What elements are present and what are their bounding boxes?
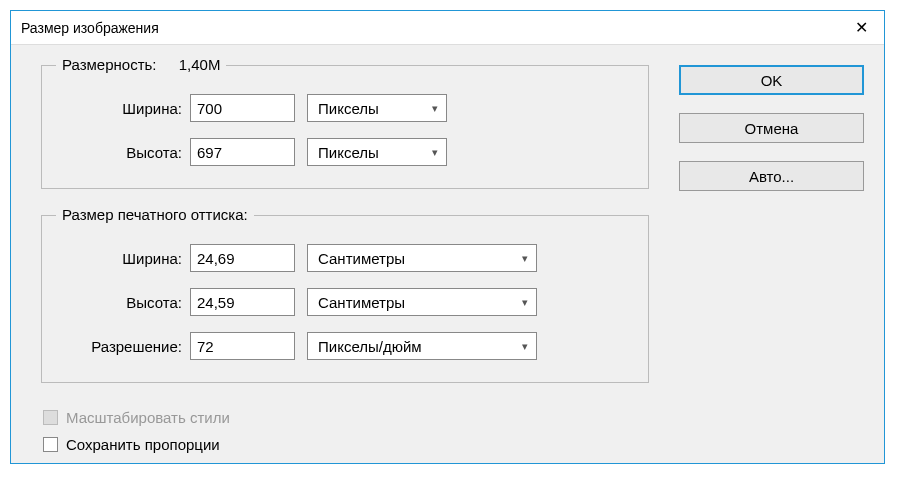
- resolution-unit-value: Пикселы/дюйм: [318, 338, 422, 355]
- pixel-width-row: Ширина: Пикселы ▾: [60, 94, 630, 122]
- constrain-proportions-checkbox[interactable]: [43, 437, 58, 452]
- scale-styles-label: Масштабировать стили: [66, 409, 230, 426]
- pixel-width-unit-value: Пикселы: [318, 100, 379, 117]
- cancel-button[interactable]: Отмена: [679, 113, 864, 143]
- cancel-button-label: Отмена: [745, 120, 799, 137]
- image-size-dialog: Размер изображения ✕ Размерность: 1,40M …: [10, 10, 885, 464]
- close-button[interactable]: ✕: [838, 11, 884, 45]
- chevron-down-icon: ▾: [522, 296, 528, 309]
- chevron-down-icon: ▾: [432, 146, 438, 159]
- close-icon: ✕: [855, 18, 868, 37]
- pixel-height-unit-select[interactable]: Пикселы ▾: [307, 138, 447, 166]
- dialog-body: Размерность: 1,40M Ширина: Пикселы ▾ Выс…: [11, 45, 884, 463]
- buttons-panel: OK Отмена Авто...: [679, 65, 864, 463]
- doc-width-input[interactable]: [190, 244, 295, 272]
- resolution-unit-select[interactable]: Пикселы/дюйм ▾: [307, 332, 537, 360]
- doc-width-unit-select[interactable]: Сантиметры ▾: [307, 244, 537, 272]
- doc-width-row: Ширина: Сантиметры ▾: [60, 244, 630, 272]
- ok-button[interactable]: OK: [679, 65, 864, 95]
- doc-height-unit-select[interactable]: Сантиметры ▾: [307, 288, 537, 316]
- dimensions-legend-label: Размерность:: [62, 56, 157, 73]
- doc-height-input[interactable]: [190, 288, 295, 316]
- resolution-label: Разрешение:: [60, 338, 190, 355]
- scale-styles-checkbox: [43, 410, 58, 425]
- width-label: Ширина:: [60, 100, 190, 117]
- titlebar: Размер изображения ✕: [11, 11, 884, 45]
- doc-width-label: Ширина:: [60, 250, 190, 267]
- resolution-input[interactable]: [190, 332, 295, 360]
- chevron-down-icon: ▾: [432, 102, 438, 115]
- pixel-dimensions-legend: Размерность: 1,40M: [56, 56, 226, 73]
- document-size-legend: Размер печатного оттиска:: [56, 206, 254, 223]
- constrain-proportions-row[interactable]: Сохранить пропорции: [43, 436, 649, 453]
- dimensions-legend-value: 1,40M: [161, 56, 221, 73]
- document-size-group: Размер печатного оттиска: Ширина: Сантим…: [41, 215, 649, 383]
- doc-width-unit-value: Сантиметры: [318, 250, 405, 267]
- auto-button[interactable]: Авто...: [679, 161, 864, 191]
- auto-button-label: Авто...: [749, 168, 794, 185]
- ok-button-label: OK: [761, 72, 783, 89]
- doc-height-unit-value: Сантиметры: [318, 294, 405, 311]
- constrain-proportions-label: Сохранить пропорции: [66, 436, 220, 453]
- pixel-height-row: Высота: Пикселы ▾: [60, 138, 630, 166]
- doc-height-label: Высота:: [60, 294, 190, 311]
- pixel-height-unit-value: Пикселы: [318, 144, 379, 161]
- scale-styles-row: Масштабировать стили: [43, 409, 649, 426]
- resolution-row: Разрешение: Пикселы/дюйм ▾: [60, 332, 630, 360]
- pixel-height-input[interactable]: [190, 138, 295, 166]
- chevron-down-icon: ▾: [522, 340, 528, 353]
- height-label: Высота:: [60, 144, 190, 161]
- pixel-width-input[interactable]: [190, 94, 295, 122]
- doc-height-row: Высота: Сантиметры ▾: [60, 288, 630, 316]
- pixel-width-unit-select[interactable]: Пикселы ▾: [307, 94, 447, 122]
- dialog-title: Размер изображения: [21, 20, 159, 36]
- left-panel: Размерность: 1,40M Ширина: Пикселы ▾ Выс…: [41, 65, 649, 463]
- chevron-down-icon: ▾: [522, 252, 528, 265]
- pixel-dimensions-group: Размерность: 1,40M Ширина: Пикселы ▾ Выс…: [41, 65, 649, 189]
